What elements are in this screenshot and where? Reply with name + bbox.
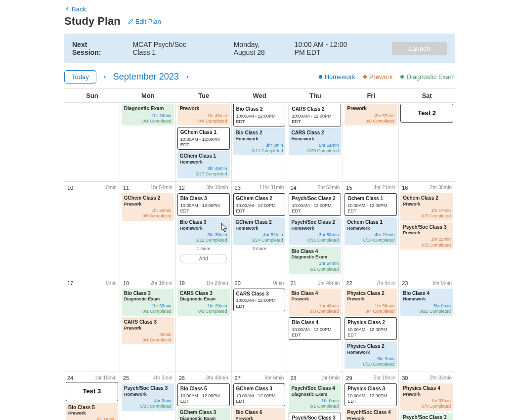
calendar-event[interactable]: Test 3	[66, 382, 118, 401]
event-time: 10:00AM - 12:00PM EDT	[347, 327, 394, 338]
day-cell[interactable]: 191hr 20minCARS Class 3Diagnostic Exam1h…	[176, 277, 232, 372]
day-number: 25	[123, 375, 129, 381]
calendar-event[interactable]: Bio Class 410:00AM - 12:00PM EDT	[289, 317, 341, 340]
calendar-event[interactable]: Bio Class 3Diagnostic Exam1hr 33min0/1 C…	[122, 289, 174, 316]
day-cell[interactable]: 182hr 18minBio Class 3Diagnostic Exam1hr…	[120, 277, 176, 372]
calendar-event[interactable]: GChem Class 110:00AM - 12:00PM EDT	[177, 127, 230, 150]
more-link[interactable]: 3 more	[233, 246, 286, 251]
weekday-header: Sat	[399, 89, 455, 102]
chevron-left-icon	[102, 74, 107, 81]
calendar-event[interactable]: Ochem Class 2Prework1hr 17min0/3 Complet…	[400, 193, 453, 220]
prev-month-button[interactable]	[96, 74, 113, 81]
calendar-event[interactable]: GChem Class 210:00AM - 12:00PM EDT	[233, 193, 286, 216]
calendar-event[interactable]: GChem Class 310:00AM - 12:00PM EDT	[233, 383, 286, 406]
event-title: Psych/Soc Class 2	[291, 219, 339, 226]
day-cell[interactable]: 1311hr 31minGChem Class 210:00AM - 12:00…	[232, 182, 288, 277]
calendar-event[interactable]: Physics Class 2Homework5hr 9min0/15 Comp…	[345, 341, 397, 369]
event-title: Psych/Soc Class 3	[124, 385, 172, 392]
calendar-event[interactable]: Bio Class 4Diagnostic Exam1hr 54min0/1 C…	[289, 247, 341, 274]
calendar-event[interactable]: GChem Class 2Homework4hr 52min0/24 Compl…	[233, 217, 286, 245]
day-cell[interactable]: Prework1hr 46min0/4 CompletedGChem Class…	[176, 103, 232, 181]
today-button[interactable]: Today	[64, 70, 96, 84]
event-completion: 0/1 Completed	[124, 337, 172, 343]
day-cell[interactable]: CARS Class 210:00AM - 12:00PM EDTCARS Cl…	[287, 103, 343, 181]
calendar-event[interactable]: Psych/Soc Class 210:00AM - 12:00PM EDT	[289, 193, 341, 216]
day-cell[interactable]: 276hr 6minGChem Class 310:00AM - 12:00PM…	[232, 372, 288, 420]
edit-plan-link[interactable]: Edit Plan	[128, 18, 161, 25]
calendar-event[interactable]: Prework2hr 57min0/6 Completed	[345, 104, 397, 126]
calendar-event[interactable]: Physics Class 2Prework1hr 56min0/4 Compl…	[345, 289, 397, 316]
day-cell[interactable]: 154hr 21minOchem Class 110:00AM - 12:00P…	[343, 182, 399, 277]
calendar-event[interactable]: CARS Class 2Homework5hr 51min0/20 Comple…	[289, 128, 341, 155]
calendar-event[interactable]: Bio Class 510:00AM - 12:00PM EDT	[177, 383, 230, 406]
event-title: Prework	[347, 106, 394, 112]
calendar-event[interactable]: Diagnostic Exam1hr 24min0/1 Completed	[122, 104, 174, 126]
day-cell[interactable]	[64, 103, 120, 181]
day-cell[interactable]: 170min	[64, 277, 120, 372]
day-duration: 1hr 18min	[94, 375, 116, 381]
calendar-event[interactable]: Bio Class 3Homework3hr 30min0/12 Complet…	[177, 217, 230, 245]
event-subtitle: Homework	[403, 296, 451, 302]
calendar-event[interactable]: CARS Class 3Diagnostic Exam1hr 20min0/1 …	[177, 289, 230, 316]
day-duration: 2hr 38min	[430, 185, 452, 191]
event-completion: 0/11 Completed	[236, 148, 283, 154]
calendar-event[interactable]: Test 2	[400, 104, 453, 123]
calendar-event[interactable]: CARS Class 210:00AM - 12:00PM EDT	[289, 104, 341, 126]
calendar-event[interactable]: Physics Class 4Prework1hr 33min0/4 Compl…	[400, 383, 453, 411]
day-cell[interactable]: Test 2	[399, 103, 455, 181]
calendar-event[interactable]: GChem Class 3Diagnostic Exam1hr 39min0/1…	[177, 408, 230, 420]
calendar-event[interactable]: CARS Class 3Prework45min0/1 Completed	[122, 317, 174, 344]
event-duration: 3hr 46min	[180, 166, 227, 171]
calendar-event[interactable]: Bio Class 4Prework1hr 48min0/3 Completed	[289, 289, 341, 316]
add-button[interactable]: Add	[180, 254, 227, 263]
day-cell[interactable]: 100min	[64, 182, 120, 277]
calendar-event[interactable]: Psych/Soc Class 2Homework3hr 58min0/11 C…	[289, 217, 341, 245]
day-cell[interactable]: 263hr 40minBio Class 510:00AM - 12:00PM …	[176, 372, 232, 420]
event-duration: 1hr 33min	[403, 398, 451, 404]
calendar-event[interactable]: Psych/Soc Class 4Diagnostic Exam1hr 0min…	[289, 383, 341, 411]
next-session-label: Next Session:	[72, 41, 108, 56]
calendar-event[interactable]: CARS Class 310:00AM - 12:00PM EDT	[233, 289, 286, 311]
day-cell[interactable]: 162hr 38minOchem Class 2Prework1hr 17min…	[399, 182, 455, 277]
day-cell[interactable]: 123hr 30minBio Class 310:00AM - 12:00PM …	[176, 182, 232, 277]
calendar-event[interactable]: Psych/Soc Class 3Homework4hr 3min0/23 Co…	[122, 383, 174, 411]
day-cell[interactable]: 235hr 0minBio Class 4Homework5hr 0min0/2…	[399, 277, 455, 372]
calendar-event[interactable]: GChem Class 2Prework1hr 54min0/5 Complet…	[122, 193, 174, 220]
day-cell[interactable]: 111hr 54minGChem Class 2Prework1hr 54min…	[120, 182, 176, 277]
day-cell[interactable]: 302hr 33minPhysics Class 4Prework1hr 33m…	[399, 372, 455, 420]
calendar-event[interactable]: Bio Class 6Prework1hr 47min0/4 Completed	[233, 408, 286, 420]
day-cell[interactable]: 200minCARS Class 310:00AM - 12:00PM EDT	[232, 277, 288, 372]
calendar-event[interactable]: Bio Class 4Homework5hr 0min0/21 Complete…	[400, 289, 453, 316]
day-cell[interactable]: 281hr 0minPsych/Soc Class 4Diagnostic Ex…	[287, 372, 343, 420]
calendar-event[interactable]: Physics Class 310:00AM - 12:00PM EDT	[345, 383, 397, 406]
day-cell[interactable]: 145hr 52minPsych/Soc Class 210:00AM - 12…	[287, 182, 343, 277]
back-link[interactable]: Back	[64, 5, 86, 13]
calendar-event[interactable]: Psych/Soc Class 3Prework1hr 21min0/3 Com…	[400, 222, 453, 250]
launch-button[interactable]: Launch	[392, 42, 447, 55]
back-label: Back	[72, 5, 86, 13]
calendar-event[interactable]: Bio Class 2Homework3hr 3min0/11 Complete…	[233, 128, 286, 155]
calendar-event[interactable]: Psych/Soc Class 4Prework1hr 40min0/3 Com…	[345, 408, 397, 420]
day-cell[interactable]: Bio Class 210:00AM - 12:00PM EDTBio Clas…	[232, 103, 288, 181]
day-cell[interactable]: 227hr 5minPhysics Class 2Prework1hr 56mi…	[343, 277, 399, 372]
calendar-event[interactable]: Physics Class 210:00AM - 12:00PM EDT	[345, 317, 397, 340]
day-cell[interactable]: 254hr 3minPsych/Soc Class 3Homework4hr 3…	[120, 372, 176, 420]
calendar-event[interactable]: Bio Class 310:00AM - 12:00PM EDT	[177, 193, 230, 216]
calendar-event[interactable]: Ochem Class 110:00AM - 12:00PM EDT	[345, 193, 397, 216]
calendar-event[interactable]: GChem Class 1Homework3hr 46min0/17 Compl…	[177, 151, 230, 178]
calendar-event[interactable]: Psych/Soc Class 3Diagnostic Exam1hr 0min…	[400, 413, 453, 420]
next-session-bar: Next Session: MCAT Psych/Soc Class 1 Mon…	[64, 34, 455, 63]
day-cell[interactable]: Prework2hr 57min0/6 Completed	[343, 103, 399, 181]
day-cell[interactable]: 211hr 48minBio Class 4Prework1hr 48min0/…	[287, 277, 343, 372]
more-link[interactable]: 1 more	[177, 246, 230, 251]
day-cell[interactable]: 295hr 19minPhysics Class 310:00AM - 12:0…	[343, 372, 399, 420]
day-cell[interactable]: 241hr 18minTest 3Bio Class 5Prework1hr 1…	[64, 372, 120, 420]
calendar-event[interactable]: Ochem Class 1Homework4hr 21min0/18 Compl…	[345, 217, 397, 245]
calendar-event[interactable]: Bio Class 210:00AM - 12:00PM EDT	[233, 104, 286, 126]
calendar-event[interactable]: Prework1hr 46min0/4 Completed	[177, 104, 230, 126]
day-duration: 5hr 52min	[318, 185, 340, 191]
calendar-event[interactable]: Psych/Soc Class 310:00AM - 12:00PM EDT	[289, 413, 341, 420]
calendar-event[interactable]: Bio Class 5Prework1hr 18min0/3 Completed	[66, 403, 118, 420]
next-month-button[interactable]	[179, 74, 196, 81]
day-cell[interactable]: Diagnostic Exam1hr 24min0/1 Completed	[120, 103, 176, 181]
